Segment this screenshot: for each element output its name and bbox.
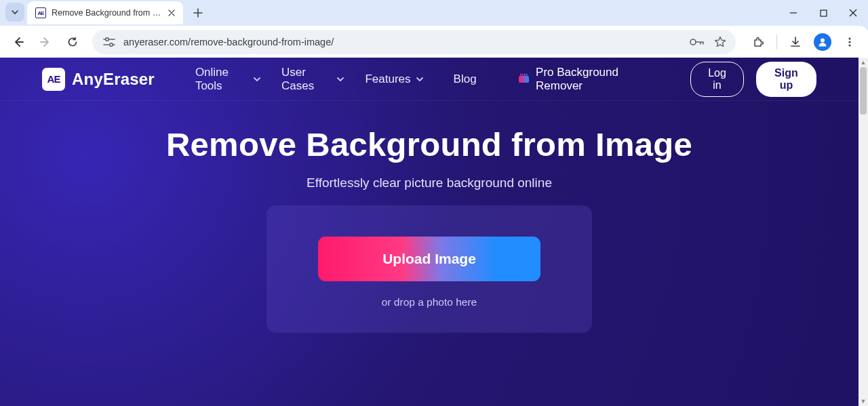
tab-favicon: AE	[35, 7, 46, 18]
plus-icon	[193, 8, 203, 18]
bookmark-button[interactable]	[714, 36, 726, 48]
nav-online-tools[interactable]: Online Tools	[195, 66, 261, 93]
puzzle-icon	[752, 36, 764, 48]
tune-icon	[103, 37, 115, 47]
toolbar-right	[747, 31, 861, 54]
svg-point-4	[821, 38, 825, 42]
chrome-menu-button[interactable]	[838, 31, 861, 54]
upload-image-button[interactable]: Upload Image	[318, 237, 540, 281]
window-minimize-button[interactable]	[778, 2, 808, 24]
page: AE AnyEraser Online Tools User Cases Fea…	[0, 58, 859, 406]
scroll-down-button[interactable]: ▼	[859, 397, 868, 406]
browser-chrome: AE Remove Background from Imag	[0, 0, 868, 58]
nav-reload-button[interactable]	[61, 31, 84, 54]
login-button[interactable]: Log in	[690, 62, 744, 97]
tab-search-button[interactable]	[5, 3, 24, 22]
person-icon	[817, 37, 828, 47]
tabs-area: AE Remove Background from Imag	[0, 0, 208, 26]
brand-logo: AE	[42, 68, 65, 91]
brand[interactable]: AE AnyEraser	[42, 68, 155, 91]
nav-label: Online Tools	[195, 66, 248, 93]
avatar	[814, 33, 831, 51]
nav-user-cases[interactable]: User Cases	[281, 66, 344, 93]
site-header: AE AnyEraser Online Tools User Cases Fea…	[0, 58, 859, 101]
star-icon	[714, 36, 726, 48]
nav-features[interactable]: Features	[365, 73, 423, 86]
close-icon	[849, 9, 857, 17]
nav-label: Blog	[454, 73, 477, 86]
svg-rect-0	[821, 10, 827, 16]
svg-point-1	[106, 37, 109, 41]
reload-icon	[66, 36, 79, 48]
nav-forward-button[interactable]	[34, 31, 57, 54]
scroll-up-button[interactable]: ▲	[859, 58, 868, 67]
upload-dropzone[interactable]: Upload Image or drop a photo here	[267, 205, 592, 333]
new-tab-button[interactable]	[189, 3, 208, 22]
nav-label: User Cases	[281, 66, 332, 93]
nav-blog[interactable]: Blog	[454, 73, 477, 86]
svg-point-2	[110, 43, 113, 46]
hero-title: Remove Background from Image	[0, 125, 859, 163]
drop-hint: or drop a photo here	[290, 296, 569, 308]
vertical-scrollbar[interactable]: ▲ ▼	[859, 58, 868, 406]
signup-button[interactable]: Sign up	[756, 62, 816, 97]
maximize-icon	[820, 9, 827, 17]
address-bar-url: anyeraser.com/remove-background-from-ima…	[123, 37, 683, 47]
browser-toolbar: anyeraser.com/remove-background-from-ima…	[0, 26, 868, 58]
auth-buttons: Log in Sign up	[690, 62, 816, 97]
toolbar-divider	[776, 35, 777, 49]
svg-point-7	[848, 44, 850, 46]
svg-point-3	[690, 39, 696, 45]
chevron-down-icon	[336, 75, 344, 83]
kebab-icon	[844, 37, 855, 47]
extensions-button[interactable]	[747, 31, 770, 54]
download-icon	[789, 36, 802, 48]
main-nav: Online Tools User Cases Features Blog Pr…	[195, 66, 650, 93]
scroll-thumb[interactable]	[860, 67, 867, 115]
chevron-down-icon	[253, 75, 261, 83]
browser-tab[interactable]: AE Remove Background from Imag	[27, 1, 183, 24]
brand-name: AnyEraser	[72, 70, 155, 89]
tab-title: Remove Background from Imag	[52, 8, 163, 18]
minimize-icon	[789, 9, 797, 17]
nav-label: Pro Background Remover	[536, 66, 650, 93]
svg-point-5	[848, 37, 850, 39]
arrow-left-icon	[12, 36, 24, 48]
nav-back-button[interactable]	[7, 31, 30, 54]
hero-subtitle: Effortlessly clear picture background on…	[0, 176, 859, 190]
viewport: AE AnyEraser Online Tools User Cases Fea…	[0, 58, 868, 406]
titlebar: AE Remove Background from Imag	[0, 0, 868, 26]
arrow-right-icon	[39, 36, 52, 48]
window-close-button[interactable]	[838, 2, 868, 24]
address-bar[interactable]: anyeraser.com/remove-background-from-ima…	[92, 30, 736, 54]
hero: Remove Background from Image Effortlessl…	[0, 101, 859, 333]
crown-icon	[519, 76, 529, 83]
key-icon	[690, 37, 705, 47]
chevron-down-icon	[11, 8, 19, 16]
downloads-button[interactable]	[784, 31, 807, 54]
nav-pro-background-remover[interactable]: Pro Background Remover	[519, 66, 650, 93]
nav-label: Features	[365, 73, 410, 86]
window-controls	[778, 0, 868, 26]
profile-button[interactable]	[811, 31, 834, 54]
site-settings-button[interactable]	[102, 35, 117, 49]
svg-point-6	[848, 41, 850, 43]
tab-close-button[interactable]	[168, 9, 175, 16]
window-maximize-button[interactable]	[808, 2, 838, 24]
password-manager-button[interactable]	[690, 37, 705, 47]
chevron-down-icon	[416, 75, 424, 83]
close-icon	[168, 9, 175, 16]
